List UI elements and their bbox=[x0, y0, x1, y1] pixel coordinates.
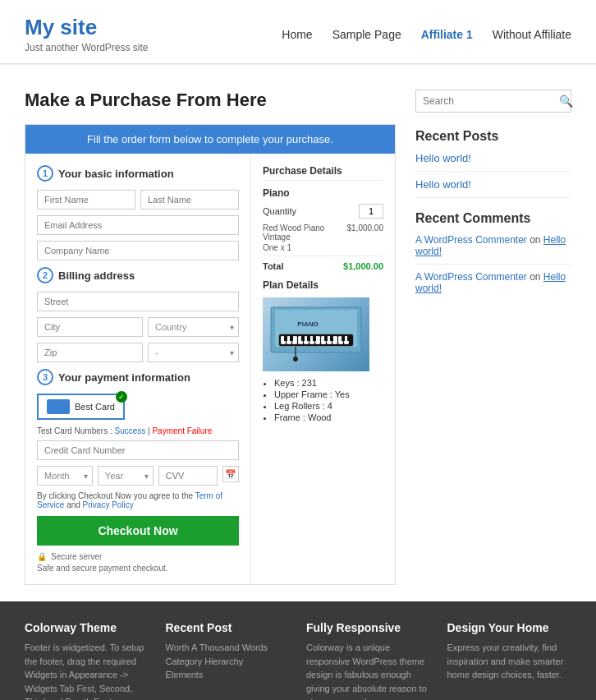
card-icon bbox=[47, 399, 70, 414]
svg-rect-22 bbox=[342, 336, 345, 341]
zip-row: - bbox=[37, 343, 239, 362]
svg-rect-23 bbox=[347, 336, 351, 341]
recent-posts-section: Recent Posts Hello world! Hello world! bbox=[415, 129, 571, 198]
section1-num: 1 bbox=[37, 165, 53, 182]
city-input[interactable] bbox=[37, 317, 143, 337]
country-wrapper: Country bbox=[148, 317, 239, 337]
comment1-author: A WordPress Commenter bbox=[415, 234, 527, 246]
footer-col-1: Colorway Theme Footer is widgetized. To … bbox=[25, 621, 149, 700]
secure-row: 🔒 Secure server bbox=[37, 552, 239, 561]
test-card-text: Test Card Numbers : Success | Payment Fa… bbox=[37, 426, 239, 435]
purchase-side: Purchase Details Piano Quantity Red Wood… bbox=[251, 154, 395, 584]
footer-col-3: Fully Responsive Colorway is a unique re… bbox=[306, 621, 431, 700]
year-wrapper: Year bbox=[98, 466, 154, 486]
section3-num: 3 bbox=[37, 369, 53, 385]
search-button[interactable]: 🔍 bbox=[552, 90, 580, 112]
footer-col3-title: Fully Responsive bbox=[306, 621, 431, 634]
nav-sample-page[interactable]: Sample Page bbox=[332, 28, 401, 41]
section3-header: 3 Your payment information bbox=[37, 369, 239, 385]
street-input[interactable] bbox=[37, 292, 239, 311]
plan-details: Plan Details bbox=[263, 279, 383, 422]
product-name: Piano bbox=[263, 187, 383, 199]
footer-col1-text: Footer is widgetized. To setup the foote… bbox=[25, 641, 149, 700]
dash-wrapper: - bbox=[148, 343, 239, 362]
site-branding: My site Just another WordPress site bbox=[25, 15, 149, 53]
svg-rect-20 bbox=[324, 336, 328, 341]
success-link[interactable]: Success bbox=[114, 426, 145, 435]
month-year-cvv-row: Month Year 📅 bbox=[37, 466, 239, 486]
quantity-input[interactable] bbox=[359, 204, 383, 219]
street-row bbox=[37, 292, 239, 311]
test-card-label: Test Card Numbers : bbox=[37, 426, 112, 435]
post-link-2[interactable]: Hello world! bbox=[415, 178, 571, 191]
first-name-input[interactable] bbox=[37, 190, 135, 210]
privacy-link[interactable]: Privacy Policy bbox=[83, 500, 134, 509]
terms-text: By clicking Checkout Now you agree to th… bbox=[37, 491, 239, 509]
plan-image: PIANO bbox=[263, 297, 369, 371]
recent-comments-section: Recent Comments A WordPress Commenter on… bbox=[415, 211, 571, 294]
email-input[interactable] bbox=[37, 215, 239, 235]
search-input[interactable] bbox=[416, 90, 552, 112]
footer-grid: Colorway Theme Footer is widgetized. To … bbox=[25, 621, 571, 700]
svg-rect-15 bbox=[284, 336, 287, 341]
safe-text: Safe and secure payment checkout. bbox=[37, 564, 239, 573]
failure-link[interactable]: Payment Failure bbox=[152, 426, 212, 435]
year-select[interactable]: Year bbox=[98, 466, 154, 486]
comment-2: A WordPress Commenter on Hello world! bbox=[415, 271, 571, 294]
footer-col2-text: Worth A Thousand Words Category Hierarch… bbox=[166, 641, 291, 682]
section2-header: 2 Billing address bbox=[37, 267, 239, 283]
svg-point-25 bbox=[293, 357, 298, 362]
cc-row bbox=[37, 440, 239, 460]
main-container: Make a Purchase From Here Fill the order… bbox=[0, 65, 596, 601]
purchase-title: Purchase Details bbox=[263, 165, 383, 181]
email-row bbox=[37, 215, 239, 235]
month-wrapper: Month bbox=[37, 466, 93, 486]
main-nav: Home Sample Page Affiliate 1 Without Aff… bbox=[282, 28, 571, 41]
footer-col-2: Recent Post Worth A Thousand Words Categ… bbox=[166, 621, 291, 700]
recent-comments-title: Recent Comments bbox=[415, 211, 571, 226]
comment1-on: on bbox=[530, 234, 543, 246]
footer-main: Colorway Theme Footer is widgetized. To … bbox=[0, 601, 596, 700]
svg-text:PIANO: PIANO bbox=[297, 320, 318, 328]
checkout-body: 1 Your basic information bbox=[25, 154, 395, 584]
svg-rect-16 bbox=[290, 336, 293, 341]
month-select[interactable]: Month bbox=[37, 466, 93, 486]
checkout-button[interactable]: Checkout Now bbox=[37, 516, 239, 546]
site-header: My site Just another WordPress site Home… bbox=[0, 0, 596, 64]
comment2-author: A WordPress Commenter bbox=[415, 271, 527, 283]
svg-rect-21 bbox=[330, 336, 333, 341]
footer-col-4: Design Your Home Express your creativity… bbox=[447, 621, 572, 700]
company-input[interactable] bbox=[37, 241, 239, 260]
nav-without-affiliate[interactable]: Without Affiliate bbox=[493, 28, 571, 41]
feature-3: Leg Rollers : 4 bbox=[274, 401, 383, 411]
dash-select[interactable]: - bbox=[148, 343, 239, 362]
checkout-box: Fill the order form below to complete yo… bbox=[25, 124, 396, 585]
lock-icon: 🔒 bbox=[37, 552, 47, 561]
zip-input[interactable] bbox=[37, 343, 143, 362]
plan-title: Plan Details bbox=[263, 279, 383, 291]
card-button[interactable]: Best Card ✓ bbox=[37, 394, 125, 420]
quantity-row: Quantity bbox=[263, 204, 383, 219]
last-name-input[interactable] bbox=[140, 190, 239, 210]
calendar-icon: 📅 bbox=[222, 466, 239, 482]
country-select[interactable]: Country bbox=[148, 317, 239, 337]
post-link-1[interactable]: Hello world! bbox=[415, 152, 571, 164]
feature-4: Frame : Wood bbox=[274, 412, 383, 422]
footer-col2-title: Recent Post bbox=[166, 621, 291, 634]
comment-1: A WordPress Commenter on Hello world! bbox=[415, 234, 571, 257]
section2-title: Billing address bbox=[58, 269, 135, 282]
cvv-input[interactable] bbox=[158, 466, 218, 486]
product-detail2: One x 1 bbox=[263, 243, 291, 252]
product-price: $1,000.00 bbox=[347, 223, 384, 242]
nav-home[interactable]: Home bbox=[282, 28, 312, 41]
recent-posts-title: Recent Posts bbox=[415, 129, 571, 144]
svg-rect-19 bbox=[313, 336, 316, 341]
feature-1: Keys : 231 bbox=[274, 378, 383, 388]
keyboard-svg: PIANO bbox=[267, 306, 365, 363]
form-side: 1 Your basic information bbox=[25, 154, 251, 584]
cc-input[interactable] bbox=[37, 440, 239, 460]
svg-rect-17 bbox=[301, 336, 305, 341]
check-badge: ✓ bbox=[116, 391, 127, 403]
nav-affiliate-1[interactable]: Affiliate 1 bbox=[421, 28, 473, 41]
site-title: My site bbox=[25, 15, 149, 40]
